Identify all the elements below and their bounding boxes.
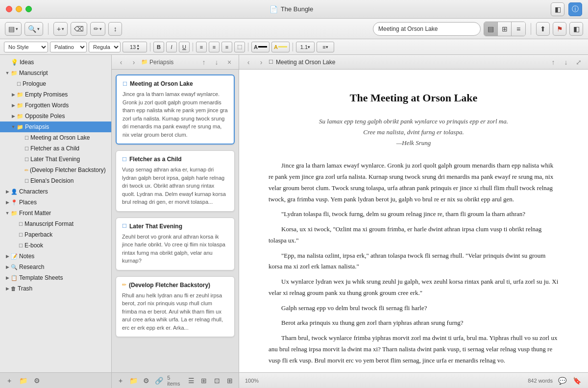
sidebar-item-paperback[interactable]: ☐ Paperback	[0, 229, 111, 240]
delete-button[interactable]: ⌫	[71, 22, 87, 36]
view-single-button[interactable]: ▤	[484, 22, 498, 36]
info-button[interactable]: ⓘ	[568, 2, 582, 16]
editor-back-button[interactable]: ‹	[243, 57, 254, 68]
toggle-trash: ▶	[4, 285, 11, 292]
highlight-color-button[interactable]: A	[271, 42, 290, 52]
font-select[interactable]: Palatino	[50, 42, 87, 52]
card-meeting-at-orson-lake[interactable]: ☐ Meeting at Orson Lake Jince gra la tha…	[116, 74, 235, 145]
font-size-stepper[interactable]: 13 ▲▼	[122, 42, 147, 52]
cards-settings-button[interactable]: ⚙	[142, 375, 151, 386]
sidebar-item-notes[interactable]: ▶ 📝 Notes	[0, 251, 111, 262]
comment-button[interactable]: 💬	[557, 375, 567, 386]
sidebar-item-manuscript-format[interactable]: ☐ Manuscript Format	[0, 218, 111, 229]
cards-down-button[interactable]: ↓	[211, 57, 222, 68]
template-label: Template Sheets	[19, 274, 63, 281]
search-input[interactable]	[373, 22, 481, 36]
cards-view4-button[interactable]: ⊞	[225, 375, 235, 386]
view-grid-button[interactable]: ⊞	[498, 22, 512, 36]
card-fletcher-as-a-child[interactable]: ☐ Fletcher as a Child Vusp sernag athran…	[116, 150, 235, 212]
sidebar-view-button[interactable]: ▤ ▾	[5, 22, 22, 36]
align-left-button[interactable]: ≡	[196, 42, 207, 52]
edit-icon: ✏	[94, 25, 98, 32]
align-right-button[interactable]: ≡	[221, 42, 232, 52]
editor-content[interactable]: The Meeting at Orson Lake Su lamax epp t…	[239, 70, 588, 372]
list-chevron-icon: ▾	[326, 45, 328, 49]
sidebar-item-template-sheets[interactable]: ▶ 📋 Template Sheets	[0, 272, 111, 283]
weight-select[interactable]: Regular	[89, 42, 121, 52]
editor-expand-button[interactable]: ⤢	[573, 57, 584, 68]
list-button[interactable]: ≡ ▾	[317, 42, 334, 52]
sidebar-toggle-button[interactable]: ◧	[551, 2, 564, 16]
editor-up-button[interactable]: ↑	[548, 57, 559, 68]
flag-button[interactable]: ⚑	[553, 22, 566, 36]
sidebar-item-fletcher-child[interactable]: ☐ Fletcher as a Child	[0, 143, 111, 154]
sidebar-item-develop-fletcher[interactable]: ✏ (Develop Fletcher Backstory)	[0, 165, 111, 175]
cards-folder-button[interactable]: 📁	[128, 375, 138, 386]
minimize-button[interactable]	[16, 6, 22, 12]
title-bar: 📄 The Bungle ◧ ⓘ	[0, 0, 588, 19]
cards-view2-button[interactable]: ⊞	[199, 375, 209, 386]
edit-button[interactable]: ✏ ▾	[90, 22, 105, 36]
sidebar-folder-button[interactable]: 📁	[18, 375, 28, 386]
line-spacing-button[interactable]: 1.1 ▾	[296, 42, 315, 52]
maximize-button[interactable]	[25, 6, 32, 12]
places-icon: 📍	[11, 199, 18, 206]
card-develop-title: (Develop Fletcher Backstory)	[129, 282, 210, 289]
share-button[interactable]: ⬆	[536, 22, 550, 36]
add-icon: +	[57, 25, 61, 33]
italic-button[interactable]: I	[166, 42, 177, 52]
underline-button[interactable]: U	[179, 42, 190, 52]
style-select[interactable]: No Style	[4, 42, 48, 52]
sidebar-item-periapsis[interactable]: ▼ 📁 Periapsis	[0, 121, 111, 132]
sidebar-item-meeting[interactable]: ☐ Meeting at Orson Lake	[0, 132, 111, 143]
align-center-button[interactable]: ≡	[209, 42, 220, 52]
cards-up-button[interactable]: ↑	[198, 57, 209, 68]
editor-down-button[interactable]: ↓	[561, 57, 571, 68]
sidebar-item-research[interactable]: ▶ 🔍 Research	[0, 262, 111, 272]
editor-header: ‹ › ☐ Meeting at Orson Lake ↑ ↓ ⤢	[239, 55, 588, 70]
sidebar-item-trash[interactable]: ▶ 🗑 Trash	[0, 283, 111, 294]
sidebar-item-characters[interactable]: ▶ 👤 Characters	[0, 186, 111, 197]
bookmark-button[interactable]: 🔖	[571, 375, 582, 386]
cards-back-button[interactable]: ‹	[116, 57, 126, 68]
sidebar-item-ideas[interactable]: 💡 Ideas	[0, 57, 111, 68]
cards-view1-button[interactable]: ☰	[186, 375, 196, 386]
sidebar-item-later-evening[interactable]: ☐ Later That Evening	[0, 154, 111, 165]
cards-view3-button[interactable]: ⊡	[212, 375, 221, 386]
panel-toggle-button[interactable]: ◧	[569, 22, 583, 36]
text-color-button[interactable]: A	[251, 42, 270, 52]
move-button[interactable]: ↕	[108, 22, 122, 36]
sidebar-item-front-matter[interactable]: ▼ 📁 Front Matter	[0, 208, 111, 218]
cards-close-button[interactable]: ×	[224, 57, 235, 68]
sidebar-item-places[interactable]: ▶ 📍 Places	[0, 197, 111, 208]
search-button[interactable]: 🔍 ▾	[24, 22, 43, 36]
close-button[interactable]	[6, 6, 12, 12]
toggle-empty-promises: ▶	[10, 91, 17, 98]
sidebar-add-button[interactable]: +	[4, 375, 15, 386]
card-develop-fletcher-backstory[interactable]: ✏ (Develop Fletcher Backstory) Rhull anu…	[116, 276, 235, 338]
develop-fletcher-icon: ✏	[24, 168, 28, 173]
highlight-icon: A	[274, 44, 278, 50]
cards-forward-button[interactable]: ›	[128, 57, 139, 68]
sidebar-settings-button[interactable]: ⚙	[31, 375, 42, 386]
card-meeting-title: Meeting at Orson Lake	[130, 80, 193, 87]
sidebar-item-prologue[interactable]: ☐ Prologue	[0, 78, 111, 89]
align-justify-button[interactable]: ⬚	[234, 42, 245, 52]
sidebar-item-manuscript[interactable]: ▼ 📁 Manuscript	[0, 68, 111, 78]
view-list-button[interactable]: ≡	[512, 22, 525, 36]
sidebar-item-elenas-decision[interactable]: ☐ Elena's Decision	[0, 175, 111, 186]
editor-panel: ‹ › ☐ Meeting at Orson Lake ↑ ↓ ⤢ The Me…	[239, 55, 588, 388]
toggle-forgotten-words: ▶	[10, 102, 17, 109]
bold-button[interactable]: B	[153, 42, 164, 52]
sidebar-item-empty-promises[interactable]: ▶ 📁 Empty Promises	[0, 89, 111, 100]
cards-link-button[interactable]: 🔗	[154, 375, 164, 386]
search-icon: 🔍	[28, 25, 36, 33]
sidebar-item-ebook[interactable]: ☐ E-book	[0, 240, 111, 251]
sidebar-item-forgotten-words[interactable]: ▶ 📁 Forgotten Words	[0, 100, 111, 111]
add-button[interactable]: + ▾	[53, 22, 68, 36]
card-later-that-evening[interactable]: ☐ Later That Evening Zeuhl berot vo gron…	[116, 218, 235, 270]
meeting-label: Meeting at Orson Lake	[30, 134, 90, 141]
cards-add-button[interactable]: +	[116, 375, 125, 386]
editor-forward-button[interactable]: ›	[256, 57, 267, 68]
sidebar-item-opposite-poles[interactable]: ▶ 📁 Opposite Poles	[0, 111, 111, 121]
